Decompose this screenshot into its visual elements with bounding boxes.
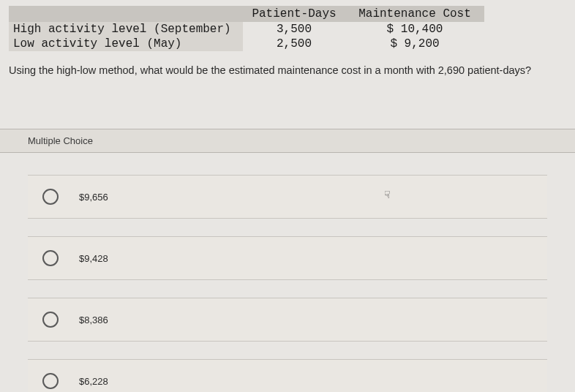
choices-container: $9,656 $9,428 $8,386 $6,228 <box>28 175 547 392</box>
table-row: High activity level (September) 3,500 $ … <box>9 22 566 37</box>
table-header-row: Patient-Days Maintenance Cost <box>9 6 566 22</box>
choice-option-2[interactable]: $9,428 <box>28 236 547 280</box>
table-header-maintenance-cost: Maintenance Cost <box>345 6 484 22</box>
row-label-high: High activity level (September) <box>9 22 243 37</box>
row-high-cost: $ 10,400 <box>345 22 484 37</box>
radio-icon <box>42 250 59 266</box>
choice-label: $6,228 <box>79 376 108 387</box>
choice-option-4[interactable]: $6,228 <box>28 359 547 392</box>
choice-label: $9,656 <box>79 192 108 203</box>
choice-option-3[interactable]: $8,386 <box>28 298 547 342</box>
row-low-cost: $ 9,200 <box>345 37 484 51</box>
row-high-patient-days: 3,500 <box>243 22 345 37</box>
table-row: Low activity level (May) 2,500 $ 9,200 <box>9 37 566 51</box>
row-low-patient-days: 2,500 <box>243 37 345 51</box>
choice-label: $8,386 <box>79 314 108 325</box>
radio-icon <box>42 312 59 328</box>
cursor-pointer-icon: ☟ <box>384 189 391 200</box>
choice-option-1[interactable]: $9,656 <box>28 175 547 219</box>
choice-label: $9,428 <box>79 253 108 264</box>
data-table: Patient-Days Maintenance Cost High activ… <box>9 6 566 51</box>
row-label-low: Low activity level (May) <box>9 37 243 51</box>
table-header-patient-days: Patient-Days <box>243 6 345 22</box>
radio-icon <box>42 189 59 205</box>
table-header-blank <box>9 6 243 22</box>
question-text: Using the high-low method, what would be… <box>9 63 566 78</box>
multiple-choice-header: Multiple Choice <box>0 129 575 153</box>
radio-icon <box>42 373 59 389</box>
